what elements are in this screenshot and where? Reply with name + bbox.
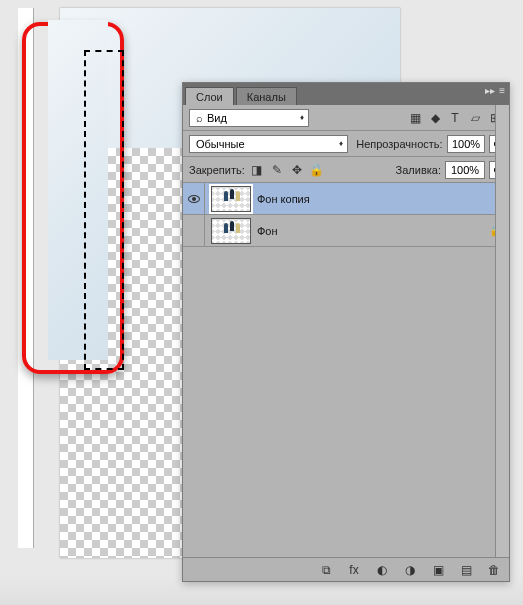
chevron-down-icon: ♦ — [339, 139, 343, 148]
group-icon[interactable]: ▣ — [431, 563, 445, 577]
filter-text-icon[interactable]: T — [447, 110, 463, 126]
layer-thumbnail[interactable] — [211, 218, 251, 244]
panel-footer: ⧉ fx ◐ ◑ ▣ ▤ 🗑 — [183, 557, 509, 581]
link-layers-icon[interactable]: ⧉ — [319, 563, 333, 577]
search-icon: ⌕ — [196, 112, 203, 124]
layer-row[interactable]: Фон копия — [183, 183, 509, 215]
filter-row: ⌕ Вид ♦ ▦ ◆ T ▱ ⊞ — [183, 105, 509, 131]
lock-all-icon[interactable]: 🔒 — [309, 162, 325, 178]
panel-tab-bar: Слои Каналы ▸▸ ≡ — [183, 83, 509, 105]
new-layer-icon[interactable]: ▤ — [459, 563, 473, 577]
cropped-image-strip — [48, 20, 108, 360]
layers-panel: Слои Каналы ▸▸ ≡ ⌕ Вид ♦ ▦ ◆ T ▱ ⊞ Обычн… — [182, 82, 510, 582]
adjustment-icon[interactable]: ◑ — [403, 563, 417, 577]
lock-pixel-icon[interactable]: ◨ — [249, 162, 265, 178]
layer-row[interactable]: Фон 🔒 — [183, 215, 509, 247]
fill-input[interactable]: 100% — [445, 161, 485, 179]
lock-brush-icon[interactable]: ✎ — [269, 162, 285, 178]
panel-scrollbar[interactable] — [495, 105, 509, 557]
fx-icon[interactable]: fx — [347, 563, 361, 577]
lock-label: Закрепить: — [189, 164, 245, 176]
tab-channels[interactable]: Каналы — [236, 87, 297, 105]
layer-thumbnail[interactable] — [211, 186, 251, 212]
lock-move-icon[interactable]: ✥ — [289, 162, 305, 178]
filter-adjust-icon[interactable]: ◆ — [427, 110, 443, 126]
lock-row: Закрепить: ◨ ✎ ✥ 🔒 Заливка: 100% ▸ — [183, 157, 509, 183]
layer-filter-select[interactable]: ⌕ Вид ♦ — [189, 109, 309, 127]
opacity-label: Непрозрачность: — [356, 138, 442, 150]
filter-image-icon[interactable]: ▦ — [407, 110, 423, 126]
panel-menu-icon[interactable]: ≡ — [499, 85, 505, 96]
blend-mode-label: Обычные — [196, 138, 245, 150]
fill-label: Заливка: — [396, 164, 441, 176]
blend-mode-select[interactable]: Обычные ♦ — [189, 135, 348, 153]
blend-row: Обычные ♦ Непрозрачность: 100% ▸ — [183, 131, 509, 157]
layer-filter-label: Вид — [207, 112, 227, 124]
delete-layer-icon[interactable]: 🗑 — [487, 563, 501, 577]
chevron-down-icon: ♦ — [300, 113, 304, 122]
eye-icon — [188, 195, 200, 203]
layer-list: Фон копия Фон 🔒 — [183, 183, 509, 557]
mask-icon[interactable]: ◐ — [375, 563, 389, 577]
tab-layers[interactable]: Слои — [185, 87, 234, 105]
layer-name[interactable]: Фон копия — [257, 193, 509, 205]
visibility-toggle[interactable] — [183, 215, 205, 246]
opacity-input[interactable]: 100% — [447, 135, 486, 153]
filter-shape-icon[interactable]: ▱ — [467, 110, 483, 126]
layer-name[interactable]: Фон — [257, 225, 489, 237]
marquee-selection[interactable] — [84, 50, 124, 370]
panel-expand-icon[interactable]: ▸▸ — [485, 85, 495, 96]
visibility-toggle[interactable] — [183, 183, 205, 214]
